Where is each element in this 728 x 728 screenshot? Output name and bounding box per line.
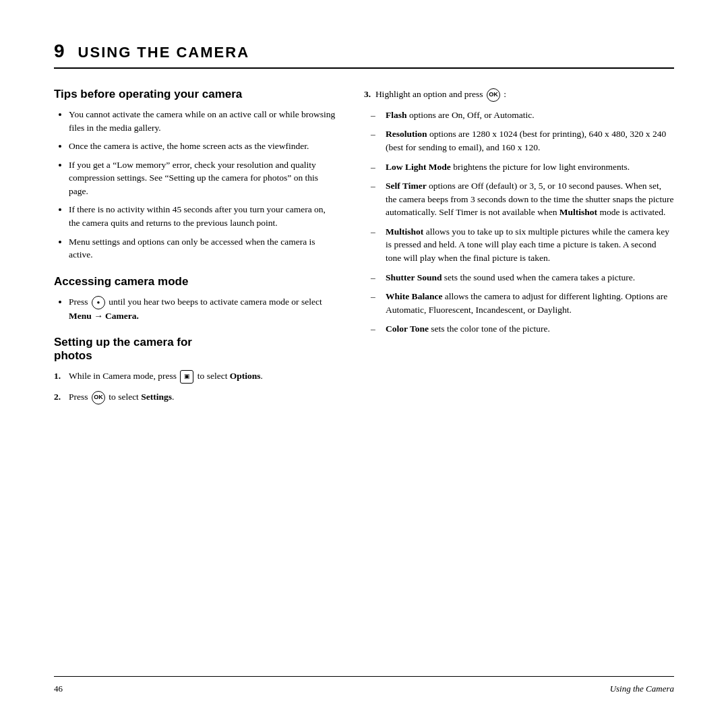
ok-icon-step3: OK bbox=[487, 88, 500, 102]
list-item-shutter: – Shutter Sound sets the sound used when… bbox=[371, 271, 674, 284]
step-2: 2. Press OK to select Settings. bbox=[54, 390, 337, 404]
section-setup: Setting up the camera forphotos 1. While… bbox=[54, 336, 337, 404]
section-accessing: Accessing camera mode Press ● until you … bbox=[54, 275, 337, 322]
options-list: – Flash options are On, Off, or Automati… bbox=[364, 109, 674, 336]
camera-ok-icon: ● bbox=[92, 296, 105, 309]
list-item: If there is no activity within 45 second… bbox=[69, 203, 337, 229]
options-icon: ▣ bbox=[180, 370, 193, 384]
chapter-number: 9 bbox=[54, 40, 65, 62]
list-item-resolution: – Resolution options are 1280 x 1024 (be… bbox=[371, 127, 674, 154]
footer-text: Using the Camera bbox=[610, 684, 674, 694]
list-item-selftimer: – Self Timer options are Off (default) o… bbox=[371, 179, 674, 219]
list-item-lowlight: – Low Light Mode brightens the picture f… bbox=[371, 160, 674, 174]
list-item-flash: – Flash options are On, Off, or Automati… bbox=[371, 109, 674, 122]
page-footer: 46 Using the Camera bbox=[54, 676, 674, 694]
section-tips: Tips before operating your camera You ca… bbox=[54, 88, 337, 262]
section-accessing-heading: Accessing camera mode bbox=[54, 275, 337, 289]
section-tips-heading: Tips before operating your camera bbox=[54, 88, 337, 101]
list-item-multishot: – Multishot allows you to take up to six… bbox=[371, 225, 674, 265]
step-3-intro: 3. Highlight an option and press OK : bbox=[364, 88, 674, 102]
page: 9 Using the Camera Tips before operating… bbox=[0, 0, 728, 728]
ok-icon: OK bbox=[92, 391, 105, 404]
chapter-heading: 9 Using the Camera bbox=[54, 40, 674, 69]
section-setup-heading: Setting up the camera forphotos bbox=[54, 336, 337, 363]
list-item: Once the camera is active, the home scre… bbox=[69, 140, 337, 153]
list-item-colortone: – Color Tone sets the color tone of the … bbox=[371, 322, 674, 336]
list-item: Menu settings and options can only be ac… bbox=[69, 235, 337, 262]
page-number: 46 bbox=[54, 684, 63, 694]
content-area: Tips before operating your camera You ca… bbox=[54, 88, 674, 669]
left-column: Tips before operating your camera You ca… bbox=[54, 88, 337, 669]
list-item: You cannot activate the camera while on … bbox=[69, 108, 337, 134]
step-1: 1. While in Camera mode, press ▣ to sele… bbox=[54, 369, 337, 384]
list-item: If you get a “Low memory” error, check y… bbox=[69, 158, 337, 198]
right-column: 3. Highlight an option and press OK : – … bbox=[364, 88, 674, 669]
accessing-list: Press ● until you hear two beeps to acti… bbox=[54, 295, 337, 322]
list-item: Press ● until you hear two beeps to acti… bbox=[69, 295, 337, 322]
chapter-title: Using the Camera bbox=[78, 44, 249, 61]
list-item-whitebalance: – White Balance allows the camera to adj… bbox=[371, 290, 674, 316]
tips-list: You cannot activate the camera while on … bbox=[54, 108, 337, 262]
